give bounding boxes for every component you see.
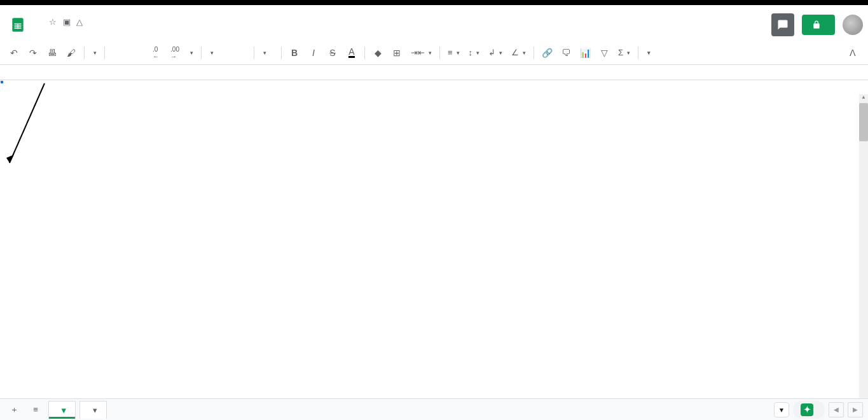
bold-button[interactable]: B <box>286 44 303 62</box>
title-icons: ☆ ▣ △ <box>47 17 85 27</box>
italic-button[interactable]: I <box>305 44 322 62</box>
toolbar: ↶ ↷ 🖶 🖌 .0← .00→ B I S A ◆ ⊞ ⇥⇤ ≡ ↕ ↲ ∠ … <box>0 41 868 65</box>
explore-button[interactable]: ✦ <box>793 401 825 419</box>
doc-title[interactable] <box>36 20 41 23</box>
decrease-decimal-button[interactable]: .0← <box>147 44 165 62</box>
currency-button[interactable] <box>109 44 127 62</box>
tab-dropdown-icon[interactable]: ▾ <box>62 405 66 415</box>
scroll-tabs-right[interactable]: ▶ <box>848 402 863 417</box>
window-top-bar <box>0 0 868 5</box>
paint-format-button[interactable]: 🖌 <box>62 44 80 62</box>
menu-view[interactable] <box>56 28 65 33</box>
sheet-tabs-bar: ＋ ≡ ▾ ▾ ▾ ✦ ◀ ▶ <box>0 398 868 420</box>
increase-decimal-button[interactable]: .00→ <box>166 44 184 62</box>
wrap-button[interactable]: ↲ <box>485 48 506 57</box>
insert-comment-button[interactable]: 🗨 <box>557 44 575 62</box>
insert-link-button[interactable]: 🔗 <box>538 44 556 62</box>
last-edit-link[interactable] <box>127 28 136 33</box>
all-sheets-button[interactable]: ≡ <box>27 401 45 419</box>
sheet-tab-active[interactable]: ▾ <box>48 401 76 419</box>
menu-edit[interactable] <box>46 28 55 33</box>
insert-chart-button[interactable]: 📊 <box>576 44 594 62</box>
cloud-status-icon[interactable]: △ <box>76 17 83 27</box>
fill-color-button[interactable]: ◆ <box>369 44 387 62</box>
scroll-tabs-left[interactable]: ◀ <box>829 402 844 417</box>
menu-help[interactable] <box>117 28 126 33</box>
input-tools-button[interactable] <box>642 50 654 56</box>
h-align-button[interactable]: ≡ <box>444 48 464 57</box>
svg-line-5 <box>10 83 45 163</box>
app-header: ☆ ▣ △ <box>0 5 868 41</box>
menu-bar <box>36 28 771 33</box>
functions-button[interactable]: Σ <box>614 48 634 57</box>
text-color-button[interactable]: A <box>343 44 361 62</box>
svg-marker-6 <box>6 155 14 163</box>
number-format-combo[interactable] <box>185 50 197 56</box>
borders-button[interactable]: ⊞ <box>388 44 406 62</box>
menu-data[interactable] <box>86 28 95 33</box>
v-align-button[interactable]: ↕ <box>465 48 484 57</box>
star-icon[interactable]: ☆ <box>49 17 57 27</box>
quicksum-pill[interactable]: ▾ <box>774 402 789 417</box>
vertical-scrollbar[interactable] <box>859 94 868 398</box>
print-button[interactable]: 🖶 <box>43 44 61 62</box>
formula-bar <box>0 65 868 80</box>
menu-file[interactable] <box>36 28 45 33</box>
zoom-combo[interactable] <box>88 50 100 56</box>
sheet-tab-2[interactable]: ▾ <box>79 401 107 419</box>
share-button[interactable] <box>802 15 835 35</box>
sheets-logo[interactable] <box>5 12 31 38</box>
menu-addons[interactable] <box>107 28 116 33</box>
add-sheet-button[interactable]: ＋ <box>5 401 23 419</box>
toolbar-collapse-icon[interactable]: ᐱ <box>844 44 862 62</box>
spreadsheet-area[interactable] <box>0 80 868 398</box>
filter-button[interactable]: ▽ <box>595 44 613 62</box>
svg-rect-4 <box>17 24 18 29</box>
tab-dropdown-icon[interactable]: ▾ <box>93 405 97 415</box>
percent-button[interactable] <box>128 44 146 62</box>
strikethrough-button[interactable]: S <box>324 44 341 62</box>
font-combo[interactable] <box>205 50 250 56</box>
explore-icon: ✦ <box>801 403 813 416</box>
move-folder-icon[interactable]: ▣ <box>63 17 71 27</box>
user-avatar[interactable] <box>843 15 863 35</box>
menu-tools[interactable] <box>97 28 106 33</box>
menu-format[interactable] <box>76 28 85 33</box>
menu-insert[interactable] <box>66 28 75 33</box>
font-size-combo[interactable] <box>258 50 277 56</box>
rotate-button[interactable]: ∠ <box>507 48 530 57</box>
redo-button[interactable]: ↷ <box>24 44 42 62</box>
comments-button[interactable] <box>771 13 794 36</box>
merge-cells-button[interactable]: ⇥⇤ <box>407 48 436 57</box>
undo-button[interactable]: ↶ <box>5 44 23 62</box>
